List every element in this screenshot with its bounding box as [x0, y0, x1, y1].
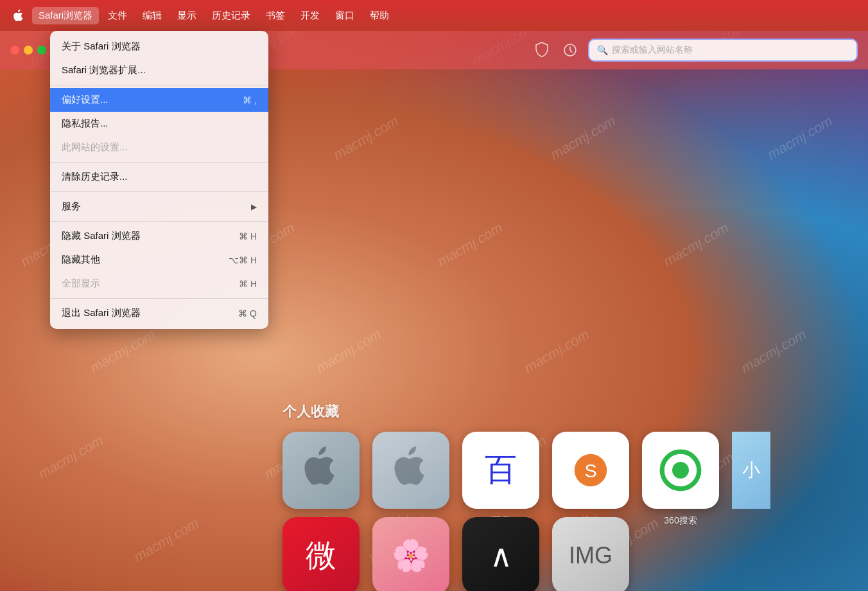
fav-item-apple[interactable]: Apple — [282, 432, 360, 525]
fav-icon-baidu: 百 — [462, 432, 539, 509]
svg-point-5 — [672, 462, 689, 479]
menu-item-site-settings: 此网站的设置... — [50, 136, 268, 159]
favorites-title: 个人收藏 — [282, 402, 868, 421]
fav-item-icloud[interactable]: iCloud — [372, 432, 449, 525]
bottom-row: 微 🌸 ∧ IMG — [282, 517, 629, 591]
menubar-edit[interactable]: 编辑 — [136, 7, 168, 24]
search-bar[interactable]: 🔍 搜索或输入网站名称 — [588, 39, 858, 62]
apple-menu-button[interactable] — [8, 0, 27, 31]
menu-item-about[interactable]: 关于 Safari 浏览器 — [50, 35, 268, 58]
menu-divider-2 — [50, 162, 268, 163]
menu-divider-3 — [50, 191, 268, 192]
menu-item-extensions[interactable]: Safari 浏览器扩展... — [50, 58, 268, 82]
fav-label-360: 360搜索 — [664, 515, 697, 527]
menubar-bookmarks[interactable]: 书签 — [259, 7, 291, 24]
icon3-container[interactable]: ∧ — [462, 517, 539, 591]
menubar-file[interactable]: 文件 — [101, 7, 134, 24]
search-icon: 🔍 — [597, 45, 608, 55]
fav-item-partial[interactable]: 小 — [732, 432, 770, 509]
minimize-button[interactable] — [24, 46, 33, 55]
svg-text:S: S — [584, 461, 596, 481]
fav-icon-sogou: S — [552, 432, 629, 509]
menubar-safari[interactable]: Safari浏览器 — [32, 7, 99, 24]
icon2-container[interactable]: 🌸 — [372, 517, 449, 591]
timer-icon[interactable] — [560, 40, 580, 60]
fav-icon-360 — [642, 432, 719, 509]
fav-icon-partial: 小 — [732, 432, 770, 509]
fav-item-baidu[interactable]: 百 百度 — [462, 432, 539, 527]
menubar-view[interactable]: 显示 — [171, 7, 203, 24]
maximize-button[interactable] — [37, 46, 46, 55]
menubar-develop[interactable]: 开发 — [294, 7, 326, 24]
favorites-section: 个人收藏 Apple i — [282, 402, 868, 527]
menubar: Safari浏览器 文件 编辑 显示 历史记录 书签 开发 窗口 帮助 — [0, 0, 868, 31]
shield-icon[interactable] — [532, 40, 552, 60]
fav-item-sogou[interactable]: S 搜狗 — [552, 432, 629, 527]
close-button[interactable] — [10, 46, 19, 55]
favorites-row: Apple iCloud 百 — [282, 432, 868, 527]
menu-item-preferences[interactable]: 偏好设置... ⌘ , — [50, 88, 268, 112]
fav-icon-icloud — [372, 432, 449, 509]
weibo-icon-container[interactable]: 微 — [282, 517, 360, 591]
fav-icon-apple — [282, 432, 360, 509]
menu-divider-4 — [50, 221, 268, 222]
menubar-help[interactable]: 帮助 — [363, 7, 395, 24]
menu-item-privacy[interactable]: 隐私报告... — [50, 112, 268, 136]
menu-item-show-all: 全部显示 ⌘ H — [50, 272, 268, 296]
svg-text:百: 百 — [485, 451, 517, 488]
menu-item-hide-safari[interactable]: 隐藏 Safari 浏览器 ⌘ H — [50, 224, 268, 248]
menu-divider-5 — [50, 298, 268, 299]
menu-divider-1 — [50, 85, 268, 85]
menubar-window[interactable]: 窗口 — [329, 7, 361, 24]
icon4-container[interactable]: IMG — [552, 517, 629, 591]
menu-item-services[interactable]: 服务 ▶ — [50, 195, 268, 218]
submenu-arrow-icon: ▶ — [251, 202, 257, 211]
traffic-lights — [10, 46, 46, 55]
menu-item-hide-others[interactable]: 隐藏其他 ⌥⌘ H — [50, 248, 268, 272]
menubar-history[interactable]: 历史记录 — [205, 7, 257, 24]
menu-item-quit[interactable]: 退出 Safari 浏览器 ⌘ Q — [50, 301, 268, 325]
menu-item-clear-history[interactable]: 清除历史记录... — [50, 165, 268, 189]
search-placeholder: 搜索或输入网站名称 — [612, 44, 693, 56]
fav-item-360[interactable]: 360搜索 — [642, 432, 719, 527]
dropdown-menu: 关于 Safari 浏览器 Safari 浏览器扩展... 偏好设置... ⌘ … — [50, 31, 268, 329]
